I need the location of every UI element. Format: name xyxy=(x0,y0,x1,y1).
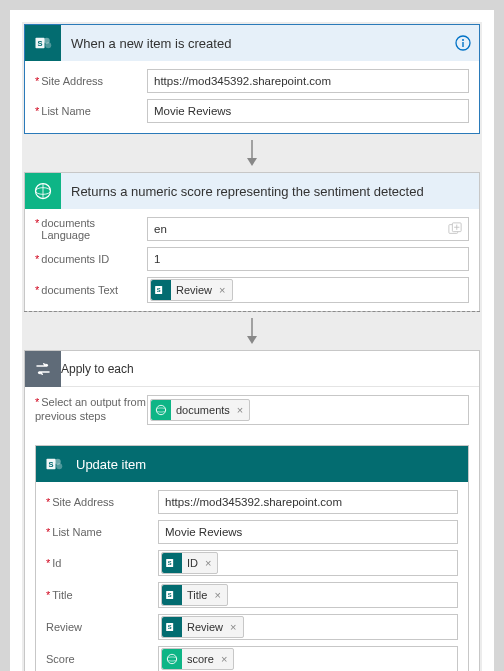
u-site-input[interactable]: https://mod345392.sharepoint.com xyxy=(158,490,458,514)
svg-text:S: S xyxy=(37,39,42,48)
token-score[interactable]: score × xyxy=(161,648,234,670)
token-remove[interactable]: × xyxy=(212,589,222,601)
token-review[interactable]: S Review × xyxy=(161,616,244,638)
sharepoint-token-icon: S xyxy=(162,585,182,605)
cognitive-token-icon xyxy=(151,400,171,420)
flow-canvas: S When a new item is created *Site Addre… xyxy=(10,10,494,671)
doctext-input[interactable]: S Review × xyxy=(147,277,469,303)
step1-title: When a new item is created xyxy=(61,36,455,51)
u-review-input[interactable]: S Review × xyxy=(158,614,458,640)
svg-point-21 xyxy=(156,408,165,412)
sharepoint-icon: S xyxy=(36,446,72,482)
flow-background: S When a new item is created *Site Addre… xyxy=(22,22,482,671)
dynamic-content-icon[interactable] xyxy=(448,222,462,236)
u-score-label: Score xyxy=(46,653,158,665)
step2-body: *documents Language en *documents ID 1 xyxy=(25,209,479,311)
token-review[interactable]: S Review × xyxy=(150,279,233,301)
list-name-input[interactable]: Movie Reviews xyxy=(147,99,469,123)
step1-body: *Site Address https://mod345392.sharepoi… xyxy=(25,61,479,133)
docid-input[interactable]: 1 xyxy=(147,247,469,271)
step4-title: Update item xyxy=(72,457,460,472)
sharepoint-token-icon: S xyxy=(151,280,171,300)
u-list-input[interactable]: Movie Reviews xyxy=(158,520,458,544)
sharepoint-token-icon: S xyxy=(162,553,182,573)
svg-point-25 xyxy=(56,463,62,469)
sharepoint-token-icon: S xyxy=(162,617,182,637)
step3-header[interactable]: Apply to each xyxy=(25,351,479,387)
u-id-label: *Id xyxy=(46,557,158,569)
svg-text:S: S xyxy=(168,592,172,598)
select-output-label: *Select an output from previous steps xyxy=(35,395,147,424)
docid-label: *documents ID xyxy=(35,253,147,265)
sharepoint-icon: S xyxy=(25,25,61,61)
u-site-label: *Site Address xyxy=(46,496,158,508)
token-title[interactable]: S Title × xyxy=(161,584,228,606)
svg-text:S: S xyxy=(48,460,53,469)
u-list-label: *List Name xyxy=(46,526,158,538)
svg-point-5 xyxy=(462,39,464,41)
cognitive-token-icon xyxy=(162,649,182,669)
step1-header[interactable]: S When a new item is created xyxy=(25,25,479,61)
u-id-input[interactable]: S ID × xyxy=(158,550,458,576)
svg-point-32 xyxy=(167,654,176,663)
step-when-new-item[interactable]: S When a new item is created *Site Addre… xyxy=(24,24,480,134)
step3-title: Apply to each xyxy=(61,362,134,376)
step-update-item[interactable]: S Update item *Site Address https://mod3… xyxy=(35,445,469,671)
svg-point-20 xyxy=(156,405,165,414)
step-sentiment[interactable]: Returns a numeric score representing the… xyxy=(24,172,480,312)
lang-label: *documents Language xyxy=(35,217,147,241)
token-documents[interactable]: documents × xyxy=(150,399,250,421)
token-remove[interactable]: × xyxy=(235,404,245,416)
cognitive-icon xyxy=(25,173,61,209)
info-icon[interactable] xyxy=(455,35,471,51)
svg-marker-8 xyxy=(247,158,257,166)
connector-arrow xyxy=(24,134,480,172)
svg-rect-6 xyxy=(462,42,463,47)
site-address-input[interactable]: https://mod345392.sharepoint.com xyxy=(147,69,469,93)
svg-text:S: S xyxy=(157,287,161,293)
step2-title: Returns a numeric score representing the… xyxy=(61,184,471,199)
svg-point-3 xyxy=(45,42,51,48)
step4-header[interactable]: S Update item xyxy=(36,446,468,482)
u-review-label: Review xyxy=(46,621,158,633)
u-title-input[interactable]: S Title × xyxy=(158,582,458,608)
lang-input[interactable]: en xyxy=(147,217,469,241)
token-id[interactable]: S ID × xyxy=(161,552,218,574)
step3-body: *Select an output from previous steps do… xyxy=(25,387,479,671)
token-remove[interactable]: × xyxy=(219,653,229,665)
site-address-label: *Site Address xyxy=(35,75,147,87)
step4-body: *Site Address https://mod345392.sharepoi… xyxy=(36,482,468,671)
step2-header[interactable]: Returns a numeric score representing the… xyxy=(25,173,479,209)
token-remove[interactable]: × xyxy=(203,557,213,569)
svg-text:S: S xyxy=(168,560,172,566)
connector-arrow xyxy=(24,312,480,350)
token-remove[interactable]: × xyxy=(217,284,227,296)
loop-icon xyxy=(25,351,61,387)
list-name-label: *List Name xyxy=(35,105,147,117)
doctext-label: *documents Text xyxy=(35,284,147,296)
svg-point-33 xyxy=(167,657,176,661)
select-output-input[interactable]: documents × xyxy=(147,395,469,425)
u-title-label: *Title xyxy=(46,589,158,601)
svg-text:S: S xyxy=(168,624,172,630)
u-score-input[interactable]: score × xyxy=(158,646,458,671)
svg-marker-19 xyxy=(247,336,257,344)
step-apply-to-each[interactable]: Apply to each *Select an output from pre… xyxy=(24,350,480,671)
token-remove[interactable]: × xyxy=(228,621,238,633)
